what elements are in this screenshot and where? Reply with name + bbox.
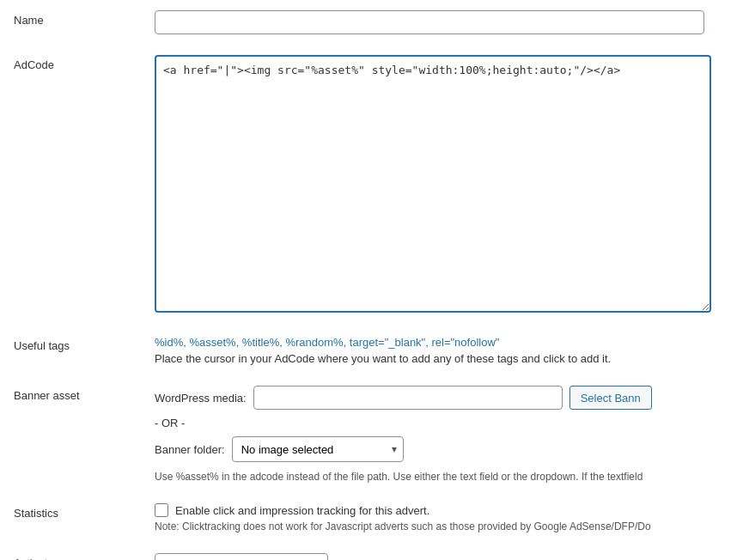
banner-folder-select[interactable]: No image selected <box>232 436 404 462</box>
banner-folder-label: Banner folder: <box>155 443 225 456</box>
useful-tags-hint: Place the cursor in your AdCode where yo… <box>155 352 729 365</box>
useful-tags-row: Useful tags %id%, %asset%, %title%, %ran… <box>0 326 743 375</box>
activate-row: Activate Yes, this ad will be used No, t… <box>0 543 743 560</box>
banner-asset-hint: Use %asset% in the adcode instead of the… <box>155 471 713 483</box>
statistics-checkbox[interactable] <box>155 503 168 517</box>
banner-asset-section: WordPress media: Select Bann - OR - Bann… <box>155 386 729 483</box>
name-input[interactable] <box>155 10 704 34</box>
statistics-section: Enable click and impression tracking for… <box>155 503 729 533</box>
banner-folder-row: Banner folder: No image selected <box>155 436 729 462</box>
statistics-checkbox-row: Enable click and impression tracking for… <box>155 503 729 517</box>
or-divider: - OR - <box>155 417 729 429</box>
wordpress-media-input[interactable] <box>253 386 563 410</box>
adcode-textarea[interactable]: <a href="|"><img src="%asset%" style="wi… <box>155 55 711 313</box>
banner-asset-row: Banner asset WordPress media: Select Ban… <box>0 375 743 493</box>
name-row: Name <box>0 0 743 45</box>
statistics-label: Statistics <box>14 507 58 520</box>
adcode-row: AdCode <a href="|"><img src="%asset%" st… <box>0 45 743 326</box>
banner-folder-select-wrapper: No image selected <box>232 436 404 462</box>
activate-label: Activate <box>14 557 53 560</box>
select-banner-button[interactable]: Select Bann <box>569 386 652 410</box>
banner-asset-label: Banner asset <box>14 389 80 402</box>
activate-select[interactable]: Yes, this ad will be used No, this ad wi… <box>155 553 328 560</box>
activate-select-wrapper: Yes, this ad will be used No, this ad wi… <box>155 553 328 560</box>
name-label: Name <box>14 14 44 27</box>
statistics-row: Statistics Enable click and impression t… <box>0 493 743 543</box>
adcode-label: AdCode <box>14 58 54 71</box>
useful-tags-label: Useful tags <box>14 339 70 352</box>
statistics-checkbox-label: Enable click and impression tracking for… <box>175 504 429 517</box>
statistics-note: Note: Clicktracking does not work for Ja… <box>155 520 713 533</box>
useful-tags-links[interactable]: %id%, %asset%, %title%, %random%, target… <box>155 336 729 349</box>
wordpress-media-row: WordPress media: Select Bann <box>155 386 729 410</box>
wordpress-media-label: WordPress media: <box>155 392 247 405</box>
